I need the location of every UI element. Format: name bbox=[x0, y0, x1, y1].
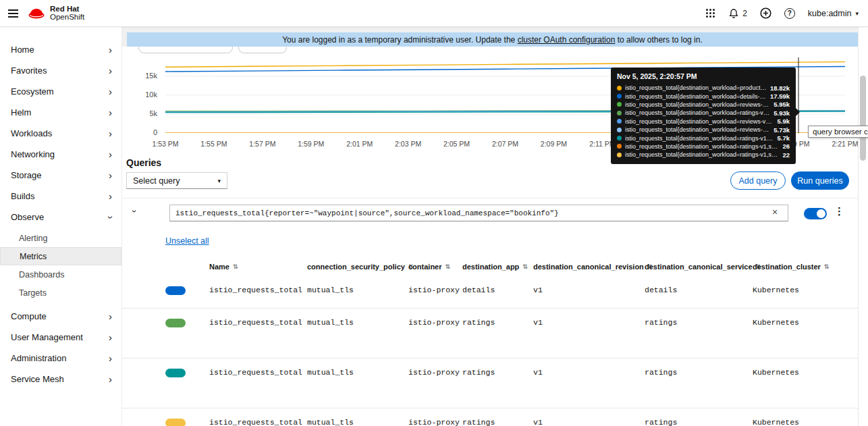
select-query-dropdown[interactable]: Select query ▾ bbox=[126, 172, 227, 189]
sidebar-item-builds[interactable]: Builds› bbox=[0, 186, 121, 207]
clipped-timespan-control[interactable] bbox=[138, 47, 233, 53]
vertical-scrollbar[interactable] bbox=[858, 27, 868, 426]
chevron-right-icon: › bbox=[109, 47, 112, 53]
clear-query-icon[interactable]: × bbox=[772, 207, 778, 217]
chevron-right-icon: › bbox=[109, 334, 112, 341]
cell-connection-security-policy: mutual_tls bbox=[307, 318, 408, 358]
redhat-openshift-logo[interactable]: Red Hat OpenShift bbox=[28, 5, 84, 21]
observe-subnav: Alerting Metrics Dashboards Targets bbox=[0, 228, 121, 306]
app-launcher-button[interactable] bbox=[705, 8, 715, 18]
cell-name: istio_requests_total bbox=[209, 318, 307, 358]
metrics-results-table: Name⇅ connection_security_policy⇅ contai… bbox=[122, 257, 858, 426]
user-menu[interactable]: kube:admin ▾ bbox=[808, 9, 859, 18]
brand-line2: OpenShift bbox=[50, 14, 84, 22]
nav-label: Workloads bbox=[11, 128, 52, 138]
sidebar-item-home[interactable]: Home› bbox=[0, 39, 121, 60]
tooltip-series-row: istio_requests_total{destination_workloa… bbox=[617, 109, 790, 117]
column-header-name[interactable]: Name⇅ bbox=[209, 263, 307, 271]
series-label: istio_requests_total{destination_workloa… bbox=[625, 109, 770, 116]
x-tick-label: 1:59 PM bbox=[298, 140, 324, 148]
user-name: kube:admin bbox=[808, 9, 852, 18]
sort-icon: ⇅ bbox=[522, 263, 528, 270]
series-swatch[interactable] bbox=[165, 286, 186, 295]
cell-connection-security-policy: mutual_tls bbox=[307, 368, 408, 408]
run-queries-button[interactable]: Run queries bbox=[791, 171, 849, 190]
sidebar-item-compute[interactable]: Compute› bbox=[0, 306, 121, 327]
temp-admin-banner: You are logged in as a temporary adminis… bbox=[127, 32, 858, 47]
sidebar-item-ecosystem[interactable]: Ecosystem› bbox=[0, 81, 121, 102]
sidebar-item-observe[interactable]: Observe› bbox=[0, 207, 121, 228]
sidebar-item-storage[interactable]: Storage› bbox=[0, 165, 121, 186]
y-tick-label: 15k bbox=[128, 72, 157, 80]
query-expression-input[interactable] bbox=[169, 205, 788, 221]
table-header-row: Name⇅ connection_security_policy⇅ contai… bbox=[122, 257, 858, 276]
sidebar-item-workloads[interactable]: Workloads› bbox=[0, 123, 121, 144]
query-enabled-toggle[interactable] bbox=[804, 208, 827, 219]
unselect-all-link[interactable]: Unselect all bbox=[165, 236, 209, 246]
cell-destination-cluster: Kubernetes bbox=[753, 418, 858, 426]
sidebar-item-favorites[interactable]: Favorites› bbox=[0, 60, 121, 81]
sort-icon: ⇅ bbox=[824, 263, 830, 270]
banner-text-before: You are logged in as a temporary adminis… bbox=[282, 35, 517, 45]
column-header-destination-cluster[interactable]: destination_cluster⇅ bbox=[753, 263, 858, 271]
chevron-right-icon: › bbox=[109, 376, 112, 383]
tooltip-series-row: istio_requests_total{destination_workloa… bbox=[617, 151, 790, 159]
series-color-dot bbox=[617, 102, 622, 107]
nav-label: Compute bbox=[11, 311, 47, 321]
sidebar-item-alerting[interactable]: Alerting bbox=[0, 229, 121, 247]
series-swatch[interactable] bbox=[165, 419, 186, 426]
tooltip-timestamp: Nov 5, 2025, 2:20:57 PM bbox=[617, 72, 790, 80]
sidebar-item-dashboards[interactable]: Dashboards bbox=[0, 265, 121, 284]
masthead: Red Hat OpenShift 2 ? bbox=[0, 0, 868, 27]
column-header-destination-canonical-revision[interactable]: destination_canonical_revision⇅ bbox=[533, 263, 645, 271]
sidebar-nav: Home› Favorites› Ecosystem› Helm› Worklo… bbox=[0, 27, 122, 426]
sidebar-item-metrics[interactable]: Metrics bbox=[0, 247, 121, 265]
nav-label: Ecosystem bbox=[11, 86, 54, 97]
query-kebab-menu[interactable]: ⋮ bbox=[834, 205, 844, 217]
help-button[interactable]: ? bbox=[784, 8, 795, 19]
sidebar-item-targets[interactable]: Targets bbox=[0, 284, 121, 302]
query-expand-chevron-icon[interactable]: › bbox=[131, 210, 138, 213]
sidebar-item-user-management[interactable]: User Management› bbox=[0, 327, 121, 348]
cell-name: istio_requests_total bbox=[209, 286, 307, 308]
cell-destination-canonical-service: details bbox=[645, 286, 753, 308]
hamburger-menu-icon[interactable] bbox=[8, 9, 18, 18]
tooltip-series-row: istio_requests_total{destination_workloa… bbox=[617, 134, 790, 142]
tooltip-series-list: istio_requests_total{destination_workloa… bbox=[617, 84, 790, 159]
nav-label: Observe bbox=[11, 212, 44, 222]
cell-destination-canonical-service: ratings bbox=[645, 368, 753, 408]
sidebar-item-administration[interactable]: Administration› bbox=[0, 348, 121, 369]
nav-label: Home bbox=[11, 45, 34, 55]
tooltip-series-row: istio_requests_total{destination_workloa… bbox=[617, 117, 790, 126]
series-swatch[interactable] bbox=[165, 319, 186, 327]
sidebar-item-networking[interactable]: Networking› bbox=[0, 144, 121, 165]
cell-destination-canonical-service: ratings bbox=[645, 318, 753, 358]
nav-label: Service Mesh bbox=[11, 374, 64, 384]
column-header-destination-canonical-service[interactable]: destination_canonical_service⇅ bbox=[645, 263, 753, 271]
section-divider bbox=[122, 198, 858, 198]
notifications-button[interactable]: 2 bbox=[728, 8, 747, 19]
series-value: 26 bbox=[782, 142, 790, 150]
x-tick-label: 2:07 PM bbox=[492, 140, 518, 148]
oauth-configuration-link[interactable]: cluster OAuth configuration bbox=[518, 35, 616, 45]
nav-label: Helm bbox=[11, 107, 31, 117]
chevron-right-icon: › bbox=[109, 193, 112, 200]
query-browser-chart-hint-tooltip: query browser chart bbox=[808, 126, 868, 138]
nav-label: Dashboards bbox=[19, 270, 64, 279]
column-header-destination-app[interactable]: destination_app⇅ bbox=[462, 263, 533, 271]
add-query-button[interactable]: Add query bbox=[730, 171, 786, 190]
chevron-down-icon: ▾ bbox=[217, 178, 221, 184]
column-header-container[interactable]: container⇅ bbox=[408, 263, 462, 271]
series-value: 5.7k bbox=[778, 134, 790, 142]
sidebar-item-helm[interactable]: Helm› bbox=[0, 102, 121, 123]
series-label: istio_requests_total{destination_workloa… bbox=[625, 143, 779, 150]
column-header-connection-security-policy[interactable]: connection_security_policy⇅ bbox=[307, 263, 408, 271]
sidebar-item-service-mesh[interactable]: Service Mesh› bbox=[0, 369, 121, 390]
cell-destination-canonical-service: ratings bbox=[645, 418, 753, 426]
y-tick-label: 5k bbox=[128, 109, 157, 117]
scrollbar-thumb[interactable] bbox=[860, 76, 866, 161]
clipped-chart-control[interactable] bbox=[238, 47, 287, 53]
quick-create-button[interactable] bbox=[760, 7, 771, 19]
series-swatch[interactable] bbox=[165, 369, 186, 377]
series-label: istio_requests_total{destination_workloa… bbox=[625, 84, 767, 91]
